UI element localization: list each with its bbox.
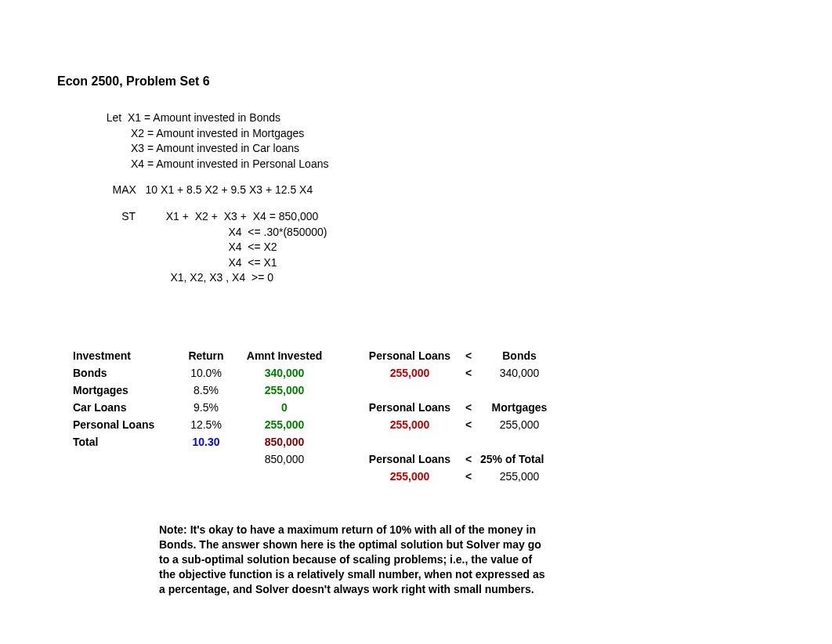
cmp-lt-val-1: < [457,366,480,380]
cmp-pl-val-3: 255,000 [363,469,457,483]
cmp-lt-val-2: < [457,418,480,432]
col-header-amnt: Amnt Invested [237,349,331,363]
cmp-header-bonds: Bonds [480,349,559,363]
cmp-tot-val: 255,000 [480,469,559,483]
row-label-carloans: Car Loans [73,400,175,414]
cmp-header-personal-1: Personal Loans [363,349,457,363]
constraints-block: ST X1 + X2 + X3 + X4 = 850,000 X4 <= .30… [100,209,832,286]
row-label-personal: Personal Loans [73,418,175,432]
col-header-return: Return [175,349,237,363]
row-label-bonds: Bonds [73,366,175,380]
cell-pl-return: 12.5% [175,418,237,432]
row-label-mortgages: Mortgages [73,383,175,397]
cell-mort-return: 8.5% [175,383,237,397]
cmp-mort-val: 255,000 [480,418,559,432]
cell-bonds-amnt: 340,000 [237,366,331,380]
cell-car-return: 9.5% [175,400,237,414]
cmp-lt-3: < [457,452,480,466]
objective-function: MAX 10 X1 + 8.5 X2 + 9.5 X3 + 12.5 X4 [100,183,832,198]
results-table: Investment Return Amnt Invested Personal… [73,349,832,483]
cmp-lt-val-3: < [457,469,480,483]
sum-amnt: 850,000 [237,452,331,466]
cmp-pl-val-2: 255,000 [363,418,457,432]
cmp-header-personal-3: Personal Loans [363,452,457,466]
row-label-total: Total [73,435,175,449]
cmp-bonds-val: 340,000 [480,366,559,380]
cell-mort-amnt: 255,000 [237,383,331,397]
solver-note: Note: It's okay to have a maximum return… [159,523,551,596]
problem-definition: Let X1 = Amount invested in Bonds X2 = A… [100,110,832,286]
cell-total-amnt: 850,000 [237,435,331,449]
cmp-lt-1: < [457,349,480,363]
cmp-header-mortgages: Mortgages [480,400,559,414]
cmp-lt-2: < [457,400,480,414]
variable-definitions: Let X1 = Amount invested in Bonds X2 = A… [100,110,832,172]
cmp-pl-val-1: 255,000 [363,366,457,380]
cmp-header-personal-2: Personal Loans [363,400,457,414]
cell-pl-amnt: 255,000 [237,418,331,432]
cmp-header-pct: 25% of Total [480,452,559,466]
col-header-investment: Investment [73,349,175,363]
cell-total-return: 10.30 [175,435,237,449]
cell-bonds-return: 10.0% [175,366,237,380]
page-title: Econ 2500, Problem Set 6 [57,74,832,89]
cell-car-amnt: 0 [237,400,331,414]
